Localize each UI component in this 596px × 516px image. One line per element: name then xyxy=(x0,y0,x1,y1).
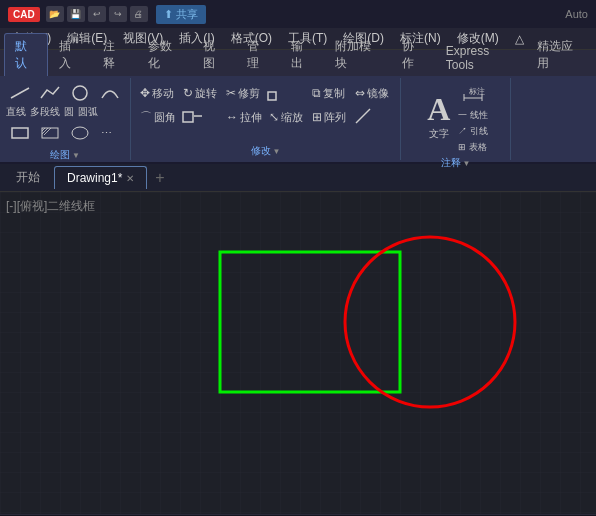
chamfer-icon-btn[interactable] xyxy=(352,105,376,129)
fillet-tool[interactable]: ⌒ 圆角 xyxy=(137,108,179,127)
table-label: ⊞ 表格 xyxy=(458,141,487,154)
trim-tool[interactable]: ✂ 修剪 xyxy=(223,85,265,102)
modify-group-chevron[interactable]: ▼ xyxy=(273,147,281,156)
arc-label[interactable]: 圆弧 xyxy=(78,105,98,119)
draw-row-2: ⋯ xyxy=(6,122,124,144)
mirror-icon: ⇔ xyxy=(355,86,365,100)
polyline-label[interactable]: 多段线 xyxy=(30,105,60,119)
circle-label[interactable]: 圆 xyxy=(64,105,74,119)
dimension-tool[interactable]: 标注 xyxy=(458,80,488,106)
tab-output[interactable]: 输出 xyxy=(280,33,324,76)
tab-drawing1[interactable]: Drawing1* ✕ xyxy=(54,166,147,189)
ribbon-group-draw: 直线 多段线 圆 圆弧 ⋯ 绘图 ▼ xyxy=(0,78,131,160)
draw-group-label: 绘图 ▼ xyxy=(50,146,80,162)
tab-default[interactable]: 默认 xyxy=(4,33,48,76)
doc-tabs: 开始 Drawing1* ✕ + xyxy=(0,164,596,192)
ribbon-tabs: 默认 插入 注释 参数化 视图 管理 输出 附加模块 协作 Express To… xyxy=(0,50,596,76)
scale-tool[interactable]: ⤡ 缩放 xyxy=(266,109,308,126)
save-icon[interactable]: 💾 xyxy=(67,6,85,22)
move-tool[interactable]: ✥ 移动 xyxy=(137,85,179,102)
svg-line-0 xyxy=(11,88,29,98)
draw-row-1 xyxy=(6,82,124,104)
polyline-tool-icon[interactable] xyxy=(36,82,64,104)
hatch-tool-icon[interactable] xyxy=(36,122,64,144)
svg-point-7 xyxy=(72,127,88,139)
arc-tool-icon[interactable] xyxy=(96,82,124,104)
svg-rect-9 xyxy=(268,92,276,100)
svg-rect-2 xyxy=(12,128,28,138)
move-icon: ✥ xyxy=(140,86,150,100)
scale-icon: ⤡ xyxy=(269,110,279,124)
line-label[interactable]: 直线 xyxy=(6,105,26,119)
app-name: Auto xyxy=(565,8,588,20)
annotate-group-chevron[interactable]: ▼ xyxy=(463,159,471,168)
text-tool-large[interactable]: A 文字 xyxy=(423,89,454,145)
array-tool[interactable]: ⊞ 阵列 xyxy=(309,109,351,126)
viewport-label: [-][俯视]二维线框 xyxy=(6,198,95,215)
copy-icon: ⧉ xyxy=(312,86,321,100)
annotate-group-label: 注释 ▼ xyxy=(441,154,471,170)
svg-text:⋯: ⋯ xyxy=(101,127,112,139)
undo-icon[interactable]: ↩ xyxy=(88,6,106,22)
leader-label: ↗ 引线 xyxy=(458,125,488,138)
tab-express[interactable]: Express Tools xyxy=(435,39,526,76)
tab-add-button[interactable]: + xyxy=(149,169,170,187)
tab-close-icon[interactable]: ✕ xyxy=(126,173,134,184)
tab-start[interactable]: 开始 xyxy=(4,165,52,190)
subtract-icon-btn[interactable] xyxy=(180,105,204,129)
ribbon-panel: 直线 多段线 圆 圆弧 ⋯ 绘图 ▼ xyxy=(0,76,596,164)
circle-tool-icon[interactable] xyxy=(66,82,94,104)
svg-text:标注: 标注 xyxy=(468,87,485,96)
tab-view[interactable]: 视图 xyxy=(192,33,236,76)
tab-insert[interactable]: 插入 xyxy=(48,33,92,76)
canvas-svg[interactable] xyxy=(0,192,596,514)
stretch-icon: ↔ xyxy=(226,110,238,124)
svg-rect-16 xyxy=(0,192,596,514)
title-bar-icons: 📂 💾 ↩ ↪ 🖨 xyxy=(46,6,148,22)
redo-icon[interactable]: ↪ xyxy=(109,6,127,22)
cad-logo: CAD xyxy=(8,7,40,22)
dimension-icon: 标注 xyxy=(461,82,485,104)
draw-row-labels: 直线 多段线 圆 圆弧 xyxy=(6,105,98,119)
fillet-icon-btn[interactable] xyxy=(266,82,290,104)
dimension-lines-label: 一 线性 xyxy=(458,109,488,122)
modify-group-label: 修改 ▼ xyxy=(251,142,281,158)
tab-collaborate[interactable]: 协作 xyxy=(391,33,435,76)
trim-icon: ✂ xyxy=(226,86,236,100)
rect-tool-icon[interactable] xyxy=(6,122,34,144)
svg-point-1 xyxy=(73,86,87,100)
draw-group-chevron[interactable]: ▼ xyxy=(72,151,80,160)
open-icon[interactable]: 📂 xyxy=(46,6,64,22)
tab-addons[interactable]: 附加模块 xyxy=(324,33,390,76)
share-button[interactable]: ⬆ 共享 xyxy=(156,5,206,24)
ribbon-group-annotate: A 文字 标注 一 线性 ↗ 引线 ⊞ 表格 xyxy=(401,78,511,160)
svg-rect-10 xyxy=(183,112,193,122)
mirror-tool[interactable]: ⇔ 镜像 xyxy=(352,85,394,102)
stretch-tool[interactable]: ↔ 拉伸 xyxy=(223,109,265,126)
rotate-tool[interactable]: ↻ 旋转 xyxy=(180,85,222,102)
print-icon[interactable]: 🖨 xyxy=(130,6,148,22)
rotate-icon: ↻ xyxy=(183,86,193,100)
line-tool-icon[interactable] xyxy=(6,82,34,104)
tab-manage[interactable]: 管理 xyxy=(236,33,280,76)
title-bar: CAD 📂 💾 ↩ ↪ 🖨 ⬆ 共享 Auto xyxy=(0,0,596,28)
text-large-icon: A xyxy=(427,93,450,125)
tab-annotate[interactable]: 注释 xyxy=(92,33,136,76)
array-icon: ⊞ xyxy=(312,110,322,124)
tab-featured[interactable]: 精选应用 xyxy=(526,33,592,76)
fillet-icon: ⌒ xyxy=(140,109,152,126)
tab-parametric[interactable]: 参数化 xyxy=(137,33,192,76)
ribbon-group-modify: ✥ 移动 ↻ 旋转 ✂ 修剪 ⧉ 复制 ⇔ 镜像 ⌒ xyxy=(131,78,401,160)
text-large-label: 文字 xyxy=(429,127,449,141)
gradient-tool-icon[interactable] xyxy=(66,122,94,144)
share-icon: ⬆ xyxy=(164,8,173,21)
canvas-area: [-][俯视]二维线框 xyxy=(0,192,596,514)
svg-line-5 xyxy=(42,128,48,134)
more-draw-icon[interactable]: ⋯ xyxy=(96,122,124,144)
copy-tool[interactable]: ⧉ 复制 xyxy=(309,85,351,102)
